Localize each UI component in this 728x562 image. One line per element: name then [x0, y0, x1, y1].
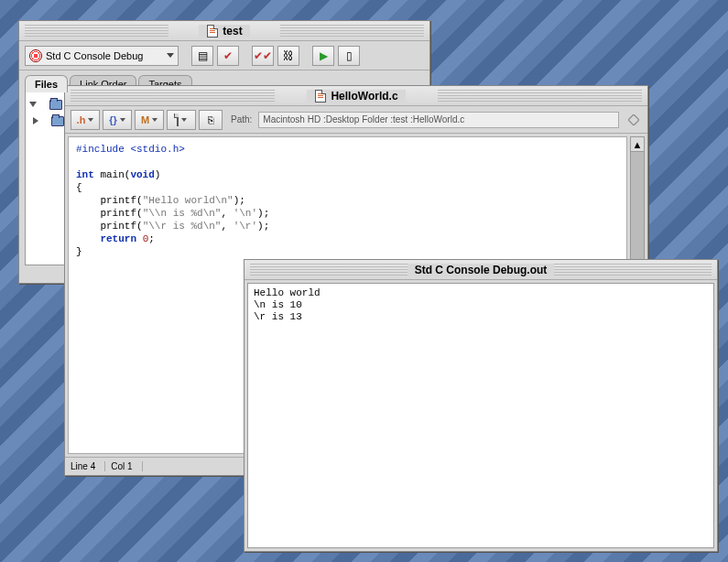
toolbar-btn-3[interactable]: ✔✔ [252, 46, 274, 66]
double-check-icon: ✔✔ [254, 49, 272, 62]
status-line: Line 4 [71, 461, 105, 471]
project-toolbar: Std C Console Debug ▤ ✔ ✔✔ ⛓ ▶ ▯ [19, 41, 429, 70]
tab-files[interactable]: Files [25, 75, 68, 92]
path-label: Path: [231, 114, 252, 124]
console-titlebar[interactable]: Std C Console Debug.out [244, 260, 717, 280]
path-field: Macintosh HD :Desktop Folder :test :Hell… [258, 112, 619, 128]
project-titlebar[interactable]: test [19, 21, 429, 41]
toolbar-btn-2[interactable]: ✔ [217, 46, 239, 66]
toolbar-btn-6[interactable]: ▯ [338, 46, 360, 66]
doc-lines-icon: ▤ [198, 49, 208, 62]
source-file-icon [314, 90, 327, 103]
check-icon: ✔ [223, 49, 233, 62]
tab-label: Files [35, 79, 58, 90]
document-popup-button[interactable] [167, 110, 196, 130]
status-col: Col 1 [111, 461, 142, 471]
dirty-indicator[interactable] [625, 112, 642, 128]
project-doc-icon [206, 25, 219, 38]
chevron-down-icon [152, 118, 158, 122]
play-icon: ▶ [320, 49, 328, 62]
path-text: Macintosh HD :Desktop Folder :test :Hell… [263, 114, 464, 124]
target-name: Std C Console Debug [46, 50, 143, 61]
editor-toolbar: .h {} M ⎘ Path: Macintosh HD :Desktop Fo… [65, 106, 647, 134]
vcs-button[interactable]: ⎘ [199, 110, 223, 130]
m-icon: M [141, 114, 149, 125]
braces-icon: {} [109, 114, 117, 125]
run-button[interactable]: ▶ [312, 46, 334, 66]
doc-icon [177, 114, 179, 125]
project-title: test [223, 25, 242, 38]
chevron-down-icon [181, 118, 187, 122]
target-icon [29, 49, 42, 62]
toolbar-btn-1[interactable]: ▤ [191, 46, 213, 66]
disclosure-triangle-icon[interactable] [33, 117, 38, 124]
scroll-up-button[interactable]: ▲ [631, 137, 644, 152]
chevron-down-icon [120, 118, 125, 122]
markers-popup-button[interactable]: M [135, 110, 164, 130]
header-popup-button[interactable]: .h [71, 110, 100, 130]
target-dropdown[interactable]: Std C Console Debug [25, 46, 179, 66]
console-title: Std C Console Debug.out [415, 264, 548, 276]
chevron-down-icon [88, 118, 93, 122]
link-icon: ⛓ [283, 49, 294, 62]
console-window: Std C Console Debug.out Hello world \n i… [244, 259, 718, 552]
disclosure-triangle-icon[interactable] [29, 102, 37, 107]
page-icon: ▯ [346, 49, 353, 62]
folder-icon [51, 116, 64, 126]
h-icon: .h [77, 114, 86, 125]
editor-titlebar[interactable]: HelloWorld.c [65, 86, 647, 106]
function-popup-button[interactable]: {} [103, 110, 132, 130]
dropdown-arrow-icon [167, 53, 174, 58]
toolbar-btn-4[interactable]: ⛓ [277, 46, 299, 66]
console-output[interactable]: Hello world \n is 10 \r is 13 [247, 283, 714, 548]
editor-title: HelloWorld.c [331, 90, 397, 103]
vcs-icon: ⎘ [208, 114, 214, 125]
folder-icon [49, 100, 62, 110]
